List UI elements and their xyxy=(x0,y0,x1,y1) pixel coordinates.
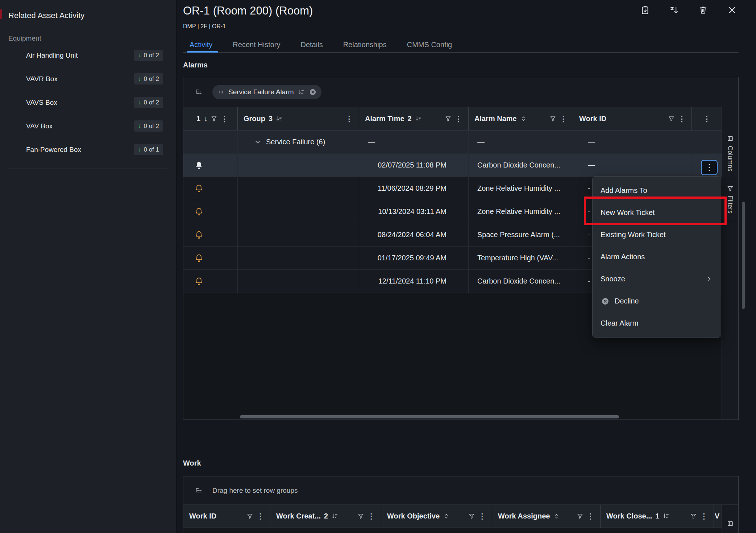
close-icon[interactable] xyxy=(727,5,737,15)
column-header-truncated[interactable]: ⋮ xyxy=(692,107,722,130)
vertical-scrollbar[interactable] xyxy=(742,202,745,309)
column-header-work-objective[interactable]: Work Objective ⋮ xyxy=(381,505,492,528)
alarm-time-cell: 02/07/2025 11:08 PM xyxy=(359,154,469,177)
sort-index: 3 xyxy=(269,115,273,123)
grid-side-toolbar xyxy=(722,505,738,533)
horizontal-scrollbar[interactable] xyxy=(240,415,619,418)
column-label: Work Assignee xyxy=(498,512,550,520)
row-actions-button[interactable]: ⋮ xyxy=(701,160,718,175)
group-chip-service-failure-alarm[interactable]: Service Failure Alarm xyxy=(212,85,321,99)
sidebar-item-vavs-box[interactable]: VAVS Box ↓0 of 2 xyxy=(0,91,176,114)
grid-side-toolbar: Columns Filters xyxy=(722,107,738,420)
filters-tool-tab[interactable]: Filters xyxy=(722,179,738,221)
row-group-bar: Service Failure Alarm xyxy=(183,77,738,107)
column-menu-icon[interactable]: ⋮ xyxy=(678,115,686,123)
menu-item-snooze[interactable]: Snooze xyxy=(593,268,721,290)
tab-activity[interactable]: Activity xyxy=(183,37,223,52)
column-label: V xyxy=(715,512,719,520)
menu-item-existing-work-ticket[interactable]: Existing Work Ticket xyxy=(593,224,721,246)
column-header-work-created[interactable]: Work Creat... 2 ⋮ xyxy=(270,505,381,528)
alarm-name-cell: Temperature High (VAV... xyxy=(469,247,573,269)
alarm-bell-icon xyxy=(194,230,204,240)
equipment-list: Air Handling Unit ↓0 of 2 VAVR Box ↓0 of… xyxy=(0,44,176,161)
sidebar-item-fan-powered-box[interactable]: Fan-Powered Box ↓0 of 1 xyxy=(0,138,176,161)
menu-item-clear-alarm[interactable]: Clear Alarm xyxy=(593,312,721,334)
filter-icon[interactable] xyxy=(549,115,556,122)
work-section-label: Work xyxy=(183,459,201,467)
sort-desc-icon: ↓ xyxy=(204,115,207,123)
column-header-alarm-name[interactable]: Alarm Name ⋮ xyxy=(469,107,573,130)
filter-icon[interactable] xyxy=(668,115,675,122)
column-header-work-id[interactable]: Work ID ⋮ xyxy=(183,505,270,528)
tab-cmms-config[interactable]: CMMS Config xyxy=(397,37,462,52)
edge-artifact xyxy=(0,9,2,19)
sidebar-item-vav-box[interactable]: VAV Box ↓0 of 2 xyxy=(0,114,176,138)
alarms-header-row: 1 ↓ ⋮ Group 3 ⋮ Alarm Time 2 ⋮ xyxy=(183,107,722,131)
column-menu-icon[interactable]: ⋮ xyxy=(345,115,353,123)
filter-icon[interactable] xyxy=(211,115,217,122)
menu-item-decline[interactable]: Decline xyxy=(593,290,721,312)
filter-icon[interactable] xyxy=(445,115,452,122)
sort-index: 1 xyxy=(196,115,200,123)
sort-index: 1 xyxy=(655,512,659,520)
row-groups-icon xyxy=(194,88,203,96)
column-menu-icon[interactable]: ⋮ xyxy=(478,512,486,520)
menu-item-alarm-actions[interactable]: Alarm Actions xyxy=(593,246,721,268)
down-arrow-icon: ↓ xyxy=(138,123,141,129)
group-alarm-time: — xyxy=(359,131,469,153)
alarm-bell-icon xyxy=(194,184,204,193)
sort-index: 2 xyxy=(408,115,412,123)
clipboard-export-icon[interactable] xyxy=(640,5,650,15)
filter-icon[interactable] xyxy=(577,513,583,520)
column-menu-icon[interactable]: ⋮ xyxy=(257,512,264,520)
menu-item-add-alarms-to[interactable]: Add Alarms To xyxy=(593,179,721,202)
alarm-context-menu: Add Alarms To New Work Ticket Existing W… xyxy=(592,176,721,338)
multi-sort-icon[interactable] xyxy=(669,5,679,15)
alarm-time-cell: 11/06/2024 08:29 PM xyxy=(359,177,469,200)
remove-chip-icon[interactable] xyxy=(308,88,317,96)
chip-label: Service Failure Alarm xyxy=(228,88,294,96)
column-header-group[interactable]: Group 3 ⋮ xyxy=(238,107,359,130)
down-arrow-icon: ↓ xyxy=(138,146,141,153)
tab-details[interactable]: Details xyxy=(291,37,333,52)
sidebar-item-air-handling-unit[interactable]: Air Handling Unit ↓0 of 2 xyxy=(0,44,176,67)
count-text: 0 of 2 xyxy=(144,123,159,130)
filter-icon[interactable] xyxy=(690,513,697,520)
column-menu-icon[interactable]: ⋮ xyxy=(221,115,228,123)
column-header-work-id[interactable]: Work ID ⋮ xyxy=(573,107,692,130)
alarm-name-cell: Space Pressure Alarm (... xyxy=(469,223,573,246)
column-menu-icon[interactable]: ⋮ xyxy=(367,512,375,520)
tab-recent-history[interactable]: Recent History xyxy=(223,37,290,52)
column-menu-icon[interactable]: ⋮ xyxy=(560,115,567,123)
column-header-alarm-time[interactable]: Alarm Time 2 ⋮ xyxy=(359,107,469,130)
related-asset-activity-panel: Related Asset Activity Equipment Air Han… xyxy=(0,0,176,533)
column-header-selection[interactable]: 1 ↓ ⋮ xyxy=(183,107,238,130)
column-header-truncated[interactable]: V xyxy=(714,505,722,528)
work-id-cell: — xyxy=(573,154,692,177)
column-menu-icon[interactable]: ⋮ xyxy=(700,512,708,520)
filter-icon[interactable] xyxy=(357,513,364,520)
filter-icon[interactable] xyxy=(246,513,253,520)
tab-relationships[interactable]: Relationships xyxy=(333,37,397,52)
equipment-label: VAVS Box xyxy=(26,99,57,107)
column-menu-icon[interactable]: ⋮ xyxy=(703,115,711,123)
alarm-row-selected[interactable]: 02/07/2025 11:08 PM Carbon Dioxide Conce… xyxy=(183,154,722,177)
app-screen: Related Asset Activity Equipment Air Han… xyxy=(0,0,756,533)
collapse-group-icon[interactable] xyxy=(254,138,262,146)
column-header-work-closed[interactable]: Work Close... 1 ⋮ xyxy=(601,505,714,528)
group-row-service-failure[interactable]: Service Failure (6) — — — xyxy=(183,131,722,154)
alarm-bell-icon xyxy=(194,253,204,263)
sidebar-item-vavr-box[interactable]: VAVR Box ↓0 of 2 xyxy=(0,67,176,91)
filter-icon[interactable] xyxy=(468,513,475,520)
row-group-drop-zone[interactable]: Drag here to set row groups xyxy=(183,476,738,505)
columns-tool-tab[interactable]: Columns xyxy=(722,129,738,179)
column-label: Work ID xyxy=(189,512,216,520)
menu-item-new-work-ticket[interactable]: New Work Ticket xyxy=(593,202,721,224)
count-text: 0 of 2 xyxy=(144,52,159,59)
trash-icon[interactable] xyxy=(698,5,708,15)
filter-icon xyxy=(727,185,734,192)
column-menu-icon[interactable]: ⋮ xyxy=(455,115,462,123)
column-menu-icon[interactable]: ⋮ xyxy=(587,512,594,520)
columns-icon[interactable] xyxy=(727,520,734,527)
column-header-work-assignee[interactable]: Work Assignee ⋮ xyxy=(492,505,601,528)
